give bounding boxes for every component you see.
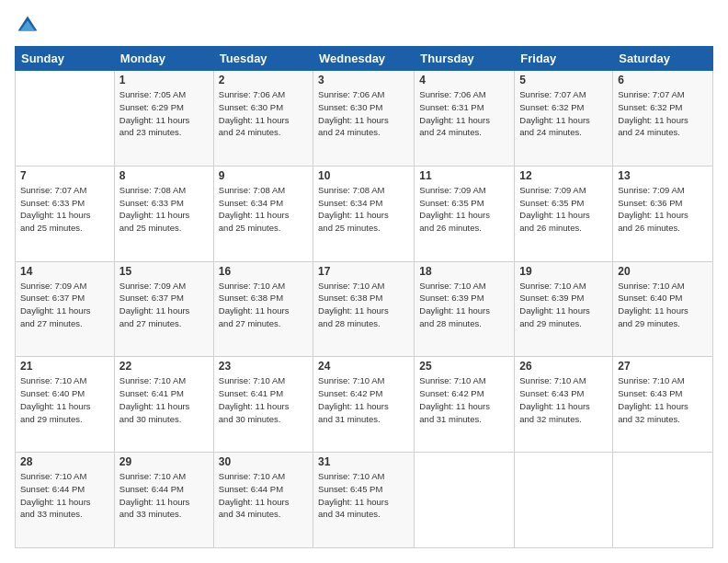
day-info: Sunrise: 7:09 AM Sunset: 6:35 PM Dayligh…	[519, 184, 608, 235]
day-info: Sunrise: 7:10 AM Sunset: 6:38 PM Dayligh…	[219, 280, 308, 330]
header-cell-sunday: Sunday	[16, 47, 115, 71]
week-row-1: 1Sunrise: 7:05 AM Sunset: 6:29 PM Daylig…	[16, 71, 713, 167]
day-number: 27	[618, 360, 708, 373]
day-info: Sunrise: 7:10 AM Sunset: 6:42 PM Dayligh…	[419, 374, 509, 425]
day-cell: 19Sunrise: 7:10 AM Sunset: 6:39 PM Dayli…	[515, 261, 613, 357]
day-number: 16	[219, 265, 308, 278]
week-row-2: 7Sunrise: 7:07 AM Sunset: 6:33 PM Daylig…	[16, 166, 713, 261]
day-number: 8	[119, 169, 209, 182]
day-number: 12	[519, 169, 608, 182]
day-info: Sunrise: 7:10 AM Sunset: 6:41 PM Dayligh…	[219, 374, 308, 425]
logo	[15, 15, 39, 37]
day-number: 11	[419, 169, 509, 182]
day-cell: 23Sunrise: 7:10 AM Sunset: 6:41 PM Dayli…	[213, 357, 313, 453]
header-cell-wednesday: Wednesday	[313, 47, 415, 71]
day-info: Sunrise: 7:09 AM Sunset: 6:36 PM Dayligh…	[618, 184, 708, 235]
day-cell: 4Sunrise: 7:06 AM Sunset: 6:31 PM Daylig…	[415, 71, 515, 167]
day-number: 26	[519, 360, 608, 373]
day-number: 25	[419, 360, 509, 373]
day-number: 29	[119, 455, 209, 468]
week-row-4: 21Sunrise: 7:10 AM Sunset: 6:40 PM Dayli…	[16, 357, 713, 453]
day-cell: 24Sunrise: 7:10 AM Sunset: 6:42 PM Dayli…	[313, 357, 415, 453]
day-number: 13	[618, 169, 708, 182]
day-info: Sunrise: 7:07 AM Sunset: 6:32 PM Dayligh…	[519, 88, 608, 139]
day-info: Sunrise: 7:08 AM Sunset: 6:33 PM Dayligh…	[119, 184, 209, 235]
day-info: Sunrise: 7:08 AM Sunset: 6:34 PM Dayligh…	[318, 184, 409, 235]
day-cell: 18Sunrise: 7:10 AM Sunset: 6:39 PM Dayli…	[415, 261, 515, 357]
day-info: Sunrise: 7:09 AM Sunset: 6:37 PM Dayligh…	[20, 280, 109, 330]
header-cell-tuesday: Tuesday	[213, 47, 313, 71]
day-cell: 5Sunrise: 7:07 AM Sunset: 6:32 PM Daylig…	[515, 71, 613, 167]
day-info: Sunrise: 7:10 AM Sunset: 6:44 PM Dayligh…	[219, 470, 308, 521]
day-number: 22	[119, 360, 209, 373]
day-cell: 9Sunrise: 7:08 AM Sunset: 6:34 PM Daylig…	[213, 166, 313, 261]
day-info: Sunrise: 7:10 AM Sunset: 6:40 PM Dayligh…	[20, 374, 109, 425]
day-cell: 25Sunrise: 7:10 AM Sunset: 6:42 PM Dayli…	[415, 357, 515, 453]
day-number: 23	[219, 360, 308, 373]
day-number: 2	[219, 74, 308, 86]
day-cell: 14Sunrise: 7:09 AM Sunset: 6:37 PM Dayli…	[16, 261, 115, 357]
day-number: 18	[419, 265, 509, 278]
day-cell: 20Sunrise: 7:10 AM Sunset: 6:40 PM Dayli…	[613, 261, 713, 357]
day-number: 4	[419, 74, 509, 86]
header-cell-saturday: Saturday	[613, 47, 713, 71]
day-number: 1	[119, 74, 209, 86]
day-number: 7	[20, 169, 109, 182]
day-number: 19	[519, 265, 608, 278]
day-cell	[415, 453, 515, 548]
week-row-3: 14Sunrise: 7:09 AM Sunset: 6:37 PM Dayli…	[16, 261, 713, 357]
day-info: Sunrise: 7:10 AM Sunset: 6:38 PM Dayligh…	[318, 280, 409, 330]
day-cell	[515, 453, 613, 548]
day-cell: 31Sunrise: 7:10 AM Sunset: 6:45 PM Dayli…	[313, 453, 415, 548]
day-info: Sunrise: 7:06 AM Sunset: 6:30 PM Dayligh…	[318, 88, 409, 139]
day-number: 24	[318, 360, 409, 373]
day-cell: 29Sunrise: 7:10 AM Sunset: 6:44 PM Dayli…	[114, 453, 213, 548]
day-cell: 3Sunrise: 7:06 AM Sunset: 6:30 PM Daylig…	[313, 71, 415, 167]
day-number: 30	[219, 455, 308, 468]
day-cell: 22Sunrise: 7:10 AM Sunset: 6:41 PM Dayli…	[114, 357, 213, 453]
day-number: 6	[618, 74, 708, 86]
calendar-table: SundayMondayTuesdayWednesdayThursdayFrid…	[15, 46, 713, 548]
page: SundayMondayTuesdayWednesdayThursdayFrid…	[0, 0, 728, 563]
day-cell: 6Sunrise: 7:07 AM Sunset: 6:32 PM Daylig…	[613, 71, 713, 167]
day-info: Sunrise: 7:07 AM Sunset: 6:32 PM Dayligh…	[618, 88, 708, 139]
day-info: Sunrise: 7:07 AM Sunset: 6:33 PM Dayligh…	[20, 184, 109, 235]
day-number: 14	[20, 265, 109, 278]
header-row: SundayMondayTuesdayWednesdayThursdayFrid…	[16, 47, 713, 71]
day-cell: 12Sunrise: 7:09 AM Sunset: 6:35 PM Dayli…	[515, 166, 613, 261]
day-number: 3	[318, 74, 409, 86]
day-info: Sunrise: 7:09 AM Sunset: 6:35 PM Dayligh…	[419, 184, 509, 235]
day-cell: 10Sunrise: 7:08 AM Sunset: 6:34 PM Dayli…	[313, 166, 415, 261]
day-info: Sunrise: 7:10 AM Sunset: 6:43 PM Dayligh…	[519, 374, 608, 425]
day-cell: 15Sunrise: 7:09 AM Sunset: 6:37 PM Dayli…	[114, 261, 213, 357]
header-cell-monday: Monday	[114, 47, 213, 71]
day-info: Sunrise: 7:06 AM Sunset: 6:31 PM Dayligh…	[419, 88, 509, 139]
day-cell: 1Sunrise: 7:05 AM Sunset: 6:29 PM Daylig…	[114, 71, 213, 167]
day-info: Sunrise: 7:05 AM Sunset: 6:29 PM Dayligh…	[119, 88, 209, 139]
day-cell: 16Sunrise: 7:10 AM Sunset: 6:38 PM Dayli…	[213, 261, 313, 357]
day-info: Sunrise: 7:06 AM Sunset: 6:30 PM Dayligh…	[219, 88, 308, 139]
day-info: Sunrise: 7:10 AM Sunset: 6:45 PM Dayligh…	[318, 470, 409, 521]
logo-icon	[17, 15, 39, 37]
day-cell: 13Sunrise: 7:09 AM Sunset: 6:36 PM Dayli…	[613, 166, 713, 261]
day-number: 21	[20, 360, 109, 373]
day-info: Sunrise: 7:10 AM Sunset: 6:44 PM Dayligh…	[119, 470, 209, 521]
day-cell	[613, 453, 713, 548]
day-number: 9	[219, 169, 308, 182]
day-cell: 26Sunrise: 7:10 AM Sunset: 6:43 PM Dayli…	[515, 357, 613, 453]
day-info: Sunrise: 7:09 AM Sunset: 6:37 PM Dayligh…	[119, 280, 209, 330]
day-info: Sunrise: 7:10 AM Sunset: 6:44 PM Dayligh…	[20, 470, 109, 521]
day-cell: 8Sunrise: 7:08 AM Sunset: 6:33 PM Daylig…	[114, 166, 213, 261]
day-info: Sunrise: 7:10 AM Sunset: 6:41 PM Dayligh…	[119, 374, 209, 425]
header-cell-friday: Friday	[515, 47, 613, 71]
day-number: 28	[20, 455, 109, 468]
day-info: Sunrise: 7:08 AM Sunset: 6:34 PM Dayligh…	[219, 184, 308, 235]
day-number: 17	[318, 265, 409, 278]
day-cell: 27Sunrise: 7:10 AM Sunset: 6:43 PM Dayli…	[613, 357, 713, 453]
day-number: 5	[519, 74, 608, 86]
day-cell: 30Sunrise: 7:10 AM Sunset: 6:44 PM Dayli…	[213, 453, 313, 548]
day-cell: 2Sunrise: 7:06 AM Sunset: 6:30 PM Daylig…	[213, 71, 313, 167]
day-number: 15	[119, 265, 209, 278]
header-cell-thursday: Thursday	[415, 47, 515, 71]
header	[15, 15, 713, 37]
